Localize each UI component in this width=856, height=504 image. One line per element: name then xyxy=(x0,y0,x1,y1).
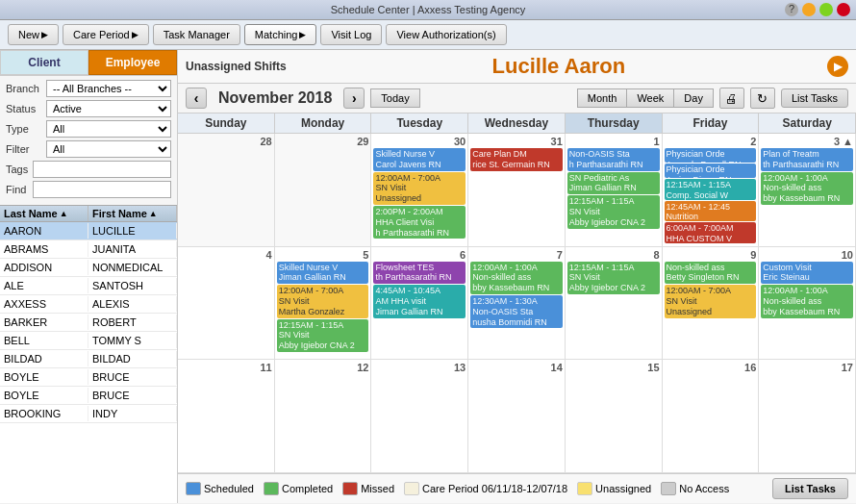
event-non-oasis-start[interactable]: Non-OASIS Stah Parthasarathi RN xyxy=(567,148,660,171)
view-toggle-group: Month Week Day xyxy=(578,88,714,108)
employee-row-8[interactable]: BOYLEBRUCE xyxy=(0,368,177,387)
date-1: 1 xyxy=(567,136,660,147)
event-non-skilled-10[interactable]: 12:00AM - 1:00ANon-skilled assbby Kasseb… xyxy=(761,285,853,317)
event-sn-visit-8[interactable]: 12:15AM - 1:15ASN VisitAbby Igiebor CNA … xyxy=(567,262,660,294)
last-name-sort-icon: ▲ xyxy=(60,209,68,218)
maximize-button[interactable] xyxy=(819,3,833,16)
care-period-button[interactable]: Care Period ▶ xyxy=(63,24,149,45)
date-4: 4 xyxy=(180,249,272,261)
client-tab[interactable]: Client xyxy=(0,50,88,75)
calendar-header-row: Sunday Monday Tuesday Wednesday Thursday… xyxy=(178,113,856,134)
event-sn-visit-unassigned-9[interactable]: 12:00AM - 7:00ASN VisitUnassigned xyxy=(665,285,757,317)
filter-label: Filter xyxy=(6,143,46,155)
cal-cell-nov6: 6 Flowsheet TESth Parthasarathi RN 4:45A… xyxy=(371,247,468,361)
event-plan-of-treatment[interactable]: Plan of Treatmth Parthasarathi RN xyxy=(761,148,853,171)
event-comp-social-w[interactable]: 12:15AM - 1:15AComp. Social WRupalis Ama… xyxy=(665,179,757,200)
event-hha-client-1[interactable]: 2:00PM - 2:00AMHHA Client Visih Parthasa… xyxy=(373,206,466,239)
list-tasks-button[interactable]: List Tasks xyxy=(781,88,848,108)
date-16: 16 xyxy=(665,362,757,373)
event-skilled-nurse-2[interactable]: Skilled Nurse VJiman Gallian RN xyxy=(277,262,369,285)
next-month-button[interactable]: › xyxy=(343,88,365,109)
event-non-skilled-3[interactable]: 12:00AM - 1:00ANon-skilled assbby Kasseb… xyxy=(761,172,853,205)
tags-input[interactable] xyxy=(33,161,171,178)
tuesday-header: Tuesday xyxy=(371,113,468,133)
event-non-skilled-9[interactable]: Non-skilled assBetty Singleton RN xyxy=(665,262,757,285)
day-view-button[interactable]: Day xyxy=(673,88,714,108)
new-menu-button[interactable]: New ▶ xyxy=(8,24,59,45)
event-nutrition[interactable]: 12:45AM - 12:45NutritionJiman Gallian RN xyxy=(665,201,757,222)
refresh-button[interactable]: ↻ xyxy=(750,88,775,109)
employee-row-6[interactable]: BELLTOMMY S xyxy=(0,332,177,350)
employee-row-7[interactable]: BILDADBILDAD xyxy=(0,350,177,368)
matching-button[interactable]: Matching ▶ xyxy=(244,24,317,45)
employee-list: AARONLUCILLEABRAMSJUANITAADDISONNONMEDIC… xyxy=(0,222,177,503)
event-physician-order-2[interactable]: Physician OrdeAmine Dirare RN xyxy=(665,164,757,178)
month-view-button[interactable]: Month xyxy=(577,88,628,108)
filter-select[interactable]: All xyxy=(46,140,171,158)
calendar-legend: Scheduled Completed Missed Care Period 0… xyxy=(178,473,856,503)
emp-first-name-7: BILDAD xyxy=(88,351,177,366)
employee-row-10[interactable]: BROOKINGINDY xyxy=(0,405,177,423)
status-select[interactable]: Active xyxy=(46,100,171,117)
list-tasks-bottom-button[interactable]: List Tasks xyxy=(772,478,848,499)
emp-last-name-10: BROOKING xyxy=(0,406,88,421)
print-button[interactable]: 🖨 xyxy=(719,88,744,109)
legend-care-period: Care Period 06/11/18-12/07/18 xyxy=(404,482,567,495)
event-sn-visit-2[interactable]: 12:15AM - 1:15ASN VisitAbby Igiebor CNA … xyxy=(567,195,660,228)
employee-row-3[interactable]: ALESANTOSH xyxy=(0,277,177,295)
view-auth-button[interactable]: View Authorization(s) xyxy=(386,24,506,45)
emp-first-name-4: ALEXIS xyxy=(88,296,177,312)
prev-month-button[interactable]: ‹ xyxy=(186,88,207,109)
type-select[interactable]: All xyxy=(46,120,171,138)
event-sn-pediatric[interactable]: SN Pediatric AsJiman Gallian RN xyxy=(567,172,660,195)
find-input[interactable] xyxy=(33,181,171,198)
status-label: Status xyxy=(6,103,46,114)
event-skilled-nurse-1[interactable]: Skilled Nurse VCarol Javens RN xyxy=(373,148,466,171)
event-am-hha-visit[interactable]: 4:45AM - 10:45AAM HHA visitJiman Gallian… xyxy=(373,285,466,317)
event-custom-visit-10[interactable]: Custom VisitEric Steinau xyxy=(761,262,853,285)
event-sn-visit-igiebor[interactable]: 12:15AM - 1:15ASN VisitAbby Igiebor CNA … xyxy=(277,319,369,352)
emp-first-name-8: BRUCE xyxy=(88,369,177,385)
titlebar: Schedule Center | Axxess Testing Agency … xyxy=(0,0,856,20)
cal-cell-nov14: 14 xyxy=(468,360,566,473)
task-manager-button[interactable]: Task Manager xyxy=(153,24,240,45)
close-button[interactable] xyxy=(837,3,850,16)
event-sn-visit-unassigned[interactable]: 12:00AM - 7:00ASN VisitUnassigned xyxy=(373,172,466,205)
employee-tab[interactable]: Employee xyxy=(88,50,177,75)
patient-navigate-button[interactable]: ▶ xyxy=(827,56,848,77)
date-7: 7 xyxy=(470,249,563,261)
event-non-oasis-start-2[interactable]: 12:30AM - 1:30ANon-OASIS Stanusha Bommid… xyxy=(470,295,563,328)
visit-log-button[interactable]: Visit Log xyxy=(320,24,382,45)
employee-row-0[interactable]: AARONLUCILLE xyxy=(0,222,177,240)
client-employee-tabs: Client Employee xyxy=(0,50,177,76)
cal-cell-nov1: 1 Non-OASIS Stah Parthasarathi RN SN Ped… xyxy=(566,134,663,247)
patient-name: Lucille Aaron xyxy=(296,54,821,79)
cal-cell-nov10: 10 Custom VisitEric Steinau 12:00AM - 1:… xyxy=(759,247,856,361)
event-flowsheet-test[interactable]: Flowsheet TESth Parthasarathi RN xyxy=(373,262,466,285)
event-non-skilled-4[interactable]: 12:00AM - 1:00ANon-skilled assbby Kasseb… xyxy=(470,262,563,294)
today-button[interactable]: Today xyxy=(370,88,419,108)
first-name-header[interactable]: First Name ▲ xyxy=(88,206,177,221)
event-hha-custom[interactable]: 6:00AM - 7:00AMHHA CUSTOM VAmanda Powell… xyxy=(665,222,757,243)
emp-first-name-5: ROBERT xyxy=(88,315,177,330)
emp-last-name-4: AXXESS xyxy=(0,296,88,312)
employee-row-1[interactable]: ABRAMSJUANITA xyxy=(0,240,177,259)
event-physician-order-1[interactable]: Physician OrdeAmanda Powell RN xyxy=(665,148,757,163)
employee-row-4[interactable]: AXXESSALEXIS xyxy=(0,295,177,314)
minimize-button[interactable] xyxy=(802,3,816,16)
month-year-label: November 2018 xyxy=(218,89,332,107)
completed-swatch xyxy=(264,482,279,495)
week-view-button[interactable]: Week xyxy=(626,88,674,108)
date-11: 11 xyxy=(180,362,272,373)
employee-row-5[interactable]: BARKERROBERT xyxy=(0,314,177,332)
date-3: 3 ▲ xyxy=(761,136,853,147)
find-label: Find xyxy=(6,184,33,195)
help-button[interactable]: ? xyxy=(785,3,798,16)
employee-row-9[interactable]: BOYLEBRUCE xyxy=(0,387,177,405)
emp-first-name-3: SANTOSH xyxy=(88,278,177,293)
event-sn-visit-gonzalez[interactable]: 12:00AM - 7:00ASN VisitMartha Gonzalez xyxy=(277,285,369,317)
branch-select[interactable]: -- All Branches -- xyxy=(46,80,171,97)
employee-row-2[interactable]: ADDISONNONMEDICAL xyxy=(0,259,177,277)
event-care-plan-dm[interactable]: Care Plan DMrice St. Germain RN xyxy=(470,148,563,171)
last-name-header[interactable]: Last Name ▲ xyxy=(0,206,88,221)
